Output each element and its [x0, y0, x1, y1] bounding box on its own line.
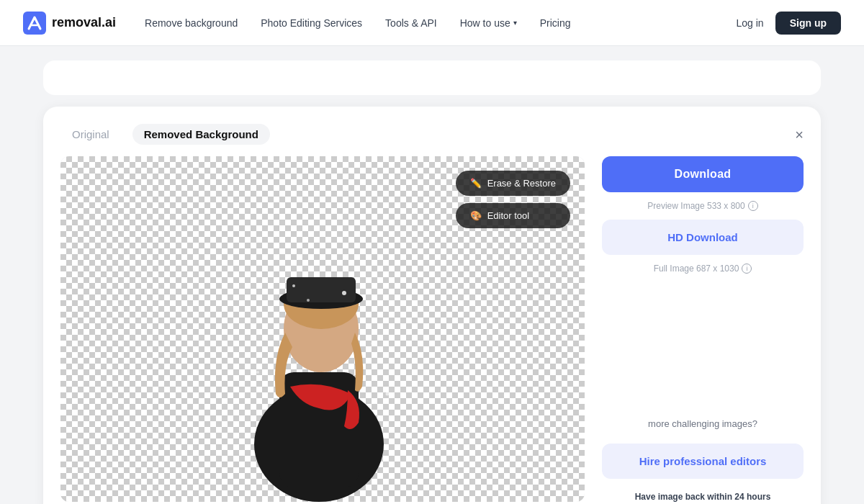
signup-button[interactable]: Sign up: [775, 12, 841, 35]
nav-photo-editing[interactable]: Photo Editing Services: [261, 17, 362, 29]
preview-info: Preview Image 533 x 800 i: [602, 201, 804, 211]
full-image-info: Full Image 687 x 1030 i: [602, 264, 804, 274]
nav-actions: Log in Sign up: [737, 12, 841, 35]
svg-point-8: [372, 342, 375, 346]
top-card: [43, 60, 821, 95]
chevron-down-icon: ▾: [513, 19, 517, 27]
login-button[interactable]: Log in: [737, 17, 764, 29]
editor-tool-icon: 🎨: [470, 210, 482, 221]
person-image: [207, 171, 438, 502]
challenging-text: more challenging images?: [602, 418, 804, 429]
svg-point-13: [292, 284, 295, 287]
main-content: Original Removed Background ×: [0, 46, 864, 504]
svg-point-10: [342, 291, 346, 295]
full-info-icon[interactable]: i: [742, 264, 752, 274]
logo[interactable]: removal.ai: [23, 12, 116, 35]
erase-icon: ✏️: [470, 178, 482, 189]
within-24-text: Have image back within 24 hours: [602, 492, 804, 502]
preview-info-icon[interactable]: i: [748, 201, 758, 211]
nav-links: Remove background Photo Editing Services…: [145, 17, 736, 29]
erase-restore-button[interactable]: ✏️ Erase & Restore: [456, 171, 570, 196]
nav-tools-api[interactable]: Tools & API: [385, 17, 437, 29]
close-button[interactable]: ×: [795, 127, 804, 142]
editor-card: Original Removed Background ×: [43, 107, 821, 504]
svg-rect-0: [23, 12, 46, 35]
nav-how-to-use[interactable]: How to use ▾: [460, 17, 517, 29]
hd-download-button[interactable]: HD Download: [602, 220, 804, 255]
tab-original[interactable]: Original: [60, 124, 121, 145]
svg-point-9: [307, 299, 310, 302]
editor-tool-button[interactable]: 🎨 Editor tool: [456, 203, 570, 228]
navbar: removal.ai Remove background Photo Editi…: [0, 0, 864, 46]
overlay-buttons: ✏️ Erase & Restore 🎨 Editor tool: [456, 171, 570, 228]
image-area: ✏️ Erase & Restore 🎨 Editor tool: [60, 156, 585, 502]
svg-point-11: [256, 371, 259, 374]
editor-body: ✏️ Erase & Restore 🎨 Editor tool Downloa…: [60, 156, 804, 502]
hire-editors-button[interactable]: Hire professional editors: [602, 444, 804, 479]
nav-pricing[interactable]: Pricing: [540, 17, 571, 29]
tab-removed-background[interactable]: Removed Background: [132, 124, 270, 145]
logo-text: removal.ai: [52, 15, 116, 30]
tabs-bar: Original Removed Background ×: [60, 124, 804, 145]
sidebar: Download Preview Image 533 x 800 i HD Do…: [602, 156, 804, 502]
download-button[interactable]: Download: [602, 156, 804, 192]
nav-remove-background[interactable]: Remove background: [145, 17, 238, 29]
svg-point-12: [386, 392, 390, 396]
svg-rect-6: [287, 277, 356, 302]
svg-point-7: [263, 312, 267, 317]
